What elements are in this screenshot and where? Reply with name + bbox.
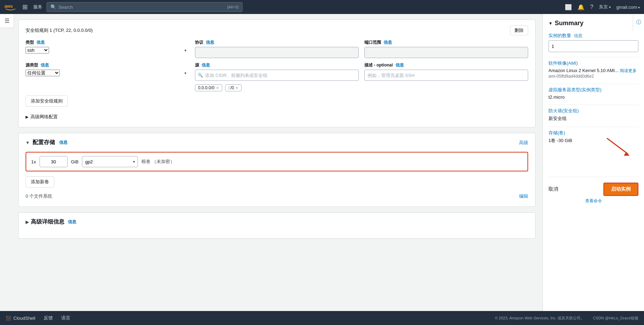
advanced-details-info-link[interactable]: 信息	[68, 219, 76, 225]
terminal-icon[interactable]: ⬜	[565, 4, 572, 10]
help-icon[interactable]: ?	[590, 4, 593, 10]
type-info-link[interactable]: 信息	[36, 40, 45, 45]
description-label: 描述 - optional 信息	[364, 62, 528, 68]
bottom-right-text: CSDN @HeLo_Grace链接	[593, 316, 638, 321]
summary-divider-3	[548, 105, 638, 105]
instance-count-input[interactable]	[548, 40, 638, 52]
port-range-input: 22	[364, 47, 528, 58]
source-type-select[interactable]: 任何位置	[26, 70, 60, 76]
ami-label[interactable]: 软件映像(AMI)	[548, 60, 638, 66]
bottom-bar: ⬛ CloudShell 反馈 语言 © 2023, Amazon Web Se…	[0, 311, 644, 325]
bell-icon[interactable]: 🔔	[578, 4, 584, 10]
type-label: 类型 信息	[26, 40, 189, 45]
protocol-info-link[interactable]: 信息	[206, 40, 214, 45]
summary-divider-2	[548, 84, 638, 84]
type-arrow-icon: ▾	[184, 48, 187, 52]
remove-cidr1-button[interactable]: ✕	[216, 86, 219, 90]
source-type-info-link[interactable]: 信息	[41, 63, 49, 68]
language-link[interactable]: 语言	[61, 315, 70, 321]
source-type-field: 源类型 信息 任何位置 ▾	[26, 62, 189, 76]
storage-count-label: 1x	[31, 159, 36, 164]
source-type-label: 源类型 信息	[26, 62, 189, 68]
source-field: 源 信息 🔍 0.0.0.0/0 ✕ ::/0	[195, 62, 359, 91]
add-volume-button[interactable]: 添加新卷	[26, 176, 54, 188]
info-panel-toggle[interactable]: ⓘ	[633, 14, 644, 31]
feedback-link[interactable]: 反馈	[44, 315, 53, 321]
file-system-text: 0 个文件系统	[26, 193, 52, 199]
summary-instance-count: 实例的数量 信息	[548, 33, 638, 52]
search-icon: 🔍	[50, 4, 56, 10]
summary-divider-1	[548, 57, 638, 57]
storage-triangle-icon: ▼	[26, 140, 30, 145]
instance-type-label[interactable]: 虚拟服务器类型(实例类型)	[548, 87, 638, 93]
nav-account[interactable]: gmail.com	[616, 5, 640, 10]
instance-count-info-link[interactable]: 信息	[574, 33, 582, 38]
storage-type-select[interactable]: gp2	[82, 156, 138, 167]
content-area: 安全组规则 1 (TCP, 22, 0.0.0.0/0) 删除 类型 信息 ss…	[0, 14, 542, 325]
description-field: 描述 - optional 信息	[364, 62, 528, 81]
port-range-field: 端口范围 信息 22	[364, 40, 528, 58]
edit-link[interactable]: 编辑	[519, 193, 528, 199]
add-rule-button[interactable]: 添加安全组规则	[26, 96, 68, 107]
source-type-arrow-icon: ▾	[184, 71, 187, 75]
storage-advanced-link[interactable]: 高级	[519, 140, 528, 146]
nav-region[interactable]: 东京	[599, 4, 611, 10]
storage-info-link[interactable]: 信息	[59, 140, 68, 146]
source-info-link[interactable]: 信息	[202, 63, 210, 68]
search-bar: 🔍 [Alt+S]	[47, 2, 243, 12]
summary-instance-type: 虚拟服务器类型(实例类型) t2.micro	[548, 87, 638, 100]
advanced-network-toggle[interactable]: ▶ 高级网络配置	[26, 114, 528, 120]
copyright-text: © 2023, Amazon Web Services, Inc. 或其关联公司…	[495, 316, 584, 321]
delete-rule-button[interactable]: 删除	[510, 26, 528, 35]
source-input[interactable]	[195, 70, 359, 81]
launch-button[interactable]: 启动实例	[603, 183, 638, 196]
grid-icon[interactable]: ⊞	[21, 2, 29, 12]
aws-logo[interactable]: aws	[4, 3, 17, 11]
type-select[interactable]: ssh	[26, 47, 49, 54]
ami-read-more-link[interactable]: 阅读更多	[620, 68, 637, 73]
svg-marker-2	[624, 152, 630, 156]
red-arrow-svg	[586, 135, 642, 163]
description-input[interactable]	[364, 70, 528, 81]
port-range-info-link[interactable]: 信息	[384, 40, 392, 45]
remove-cidr2-button[interactable]: ✕	[235, 86, 238, 90]
storage-unit-label: GiB	[71, 159, 79, 164]
nav-right: ⬜ 🔔 ? 东京 gmail.com	[565, 4, 640, 10]
source-search-icon: 🔍	[198, 73, 203, 78]
security-rule-header: 安全组规则 1 (TCP, 22, 0.0.0.0/0) 删除	[26, 26, 528, 35]
description-info-link[interactable]: 信息	[396, 63, 404, 68]
cloudshell-button[interactable]: ⬛ CloudShell	[6, 316, 35, 321]
ami-id: ami-05ffd9ad4ddd0d6e2	[548, 74, 638, 79]
advanced-details-toggle[interactable]: ▶ 高级详细信息 信息	[26, 218, 76, 226]
source-label: 源 信息	[195, 62, 359, 68]
storage-title: ▼ 配置存储 信息	[26, 139, 68, 146]
firewall-value: 新安全组	[548, 115, 638, 122]
advanced-details-triangle: ▶	[26, 220, 29, 225]
protocol-field: 协议 信息 TCP	[195, 40, 359, 58]
view-command-link[interactable]: 查看命令	[548, 198, 638, 204]
protocol-label: 协议 信息	[195, 40, 359, 45]
storage-desc-label: 根卷 （未加密）	[141, 158, 175, 165]
main-layout: 安全组规则 1 (TCP, 22, 0.0.0.0/0) 删除 类型 信息 ss…	[0, 14, 644, 325]
instance-count-label[interactable]: 实例的数量 信息	[548, 33, 638, 39]
cidr-tags: 0.0.0.0/0 ✕ ::/0 ✕	[195, 84, 359, 91]
cancel-button[interactable]: 取消	[548, 186, 558, 192]
svg-line-1	[607, 138, 628, 154]
summary-panel: ▼ Summary 实例的数量 信息 软件映像(AMI) Amazon Linu…	[542, 14, 644, 311]
storage-type-wrapper: gp2 ▾	[82, 156, 138, 167]
form-row-2: 源类型 信息 任何位置 ▾ 源 信息	[26, 62, 528, 91]
type-select-wrapper: ssh ▾	[26, 47, 189, 54]
services-label[interactable]: 服务	[33, 4, 42, 10]
terminal-small-icon: ⬛	[6, 316, 11, 321]
storage-size-input[interactable]	[40, 156, 68, 167]
summary-firewall: 防火墙(安全组) 新安全组	[548, 108, 638, 122]
firewall-label[interactable]: 防火墙(安全组)	[548, 108, 638, 114]
sidebar-toggle[interactable]: ☰	[0, 14, 14, 28]
protocol-input: TCP	[195, 47, 359, 58]
svg-text:aws: aws	[5, 3, 13, 9]
search-input[interactable]	[58, 5, 224, 10]
storage-row: 1x GiB gp2 ▾ 根卷 （未加密）	[26, 152, 528, 171]
cidr-tag-1: 0.0.0.0/0 ✕	[195, 84, 222, 91]
ami-value: Amazon Linux 2 Kernel 5.10 AMI...阅读更多	[548, 68, 638, 74]
search-shortcut: [Alt+S]	[227, 5, 239, 9]
